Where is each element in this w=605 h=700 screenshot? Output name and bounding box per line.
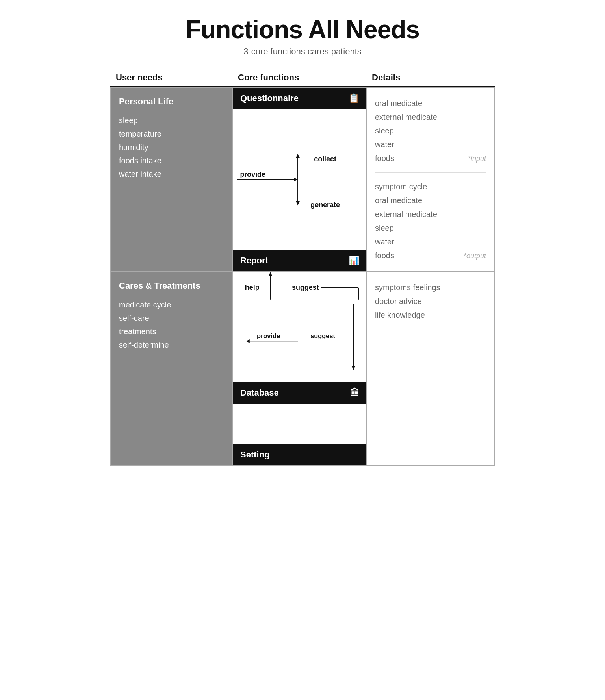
personal-life-title: Personal Life	[119, 96, 225, 107]
list-item: temperature	[119, 127, 225, 141]
detail-item: sleep	[375, 124, 486, 138]
detail-item: external medicate	[375, 207, 486, 221]
svg-text:collect: collect	[314, 156, 336, 163]
detail-item: oral medicate	[375, 96, 486, 110]
setting-label: Setting	[240, 450, 270, 460]
core-functions-top-cell: Questionnaire 📋 provide	[233, 88, 367, 272]
list-item: water intake	[119, 167, 225, 181]
questionnaire-bar: Questionnaire 📋	[233, 88, 366, 109]
svg-marker-1	[294, 178, 298, 181]
detail-item: water	[375, 235, 486, 249]
page-subtitle: 3-core functions cares patients	[110, 46, 495, 57]
details-top-cell: oral medicate external medicate sleep wa…	[367, 88, 494, 272]
list-item: self-determine	[119, 338, 225, 352]
detail-item: symptom cycle	[375, 180, 486, 194]
detail-item: foods	[375, 249, 394, 263]
report-details: symptom cycle oral medicate external med…	[375, 180, 486, 263]
bottom-flow-svg: provide suggest	[233, 304, 366, 382]
help-suggest-svg: help suggest	[233, 272, 366, 304]
input-annotation: *input	[468, 155, 486, 163]
svg-text:provide: provide	[257, 333, 280, 340]
flow-svg-top: provide collect generate	[233, 117, 366, 242]
setting-bar: Setting	[233, 444, 366, 465]
core-functions-diagram-top: Questionnaire 📋 provide	[233, 88, 366, 271]
svg-marker-11	[268, 272, 272, 276]
detail-item: foods	[375, 152, 394, 165]
detail-item: external medicate	[375, 110, 486, 124]
col-header-details: Details	[368, 72, 493, 83]
detail-divider	[375, 172, 486, 173]
database-icon: 🏛	[351, 388, 359, 398]
output-annotation: *output	[464, 252, 486, 260]
svg-text:generate: generate	[310, 201, 340, 209]
spacer	[233, 404, 366, 444]
database-label: Database	[240, 388, 279, 398]
core-functions-diagram-bottom: help suggest	[233, 272, 366, 465]
help-suggest-area: help suggest	[233, 272, 366, 304]
detail-item: doctor advice	[375, 294, 486, 308]
report-bar: Report 📊	[233, 250, 366, 271]
col-header-core-functions: Core functions	[234, 72, 368, 83]
personal-life-items: sleep temperature humidity foods intake …	[119, 114, 225, 181]
detail-item: life knowledge	[375, 308, 486, 322]
bottom-flow-area: provide suggest	[233, 304, 366, 382]
list-item: sleep	[119, 114, 225, 127]
list-item: humidity	[119, 141, 225, 154]
questionnaire-details: oral medicate external medicate sleep wa…	[375, 96, 486, 165]
detail-row-annotated: foods *output	[375, 249, 486, 263]
details-bottom-cell: symptoms feelings doctor advice life kno…	[367, 272, 494, 465]
detail-item: water	[375, 138, 486, 152]
svg-text:help: help	[245, 283, 260, 291]
cares-cell: Cares & Treatments medicate cycle self-c…	[111, 272, 233, 465]
column-headers: User needs Core functions Details	[110, 72, 495, 83]
col-header-user-needs: User needs	[112, 72, 234, 83]
detail-row-annotated: foods *input	[375, 152, 486, 165]
detail-item: sleep	[375, 221, 486, 235]
questionnaire-label: Questionnaire	[240, 93, 299, 104]
questionnaire-icon: 📋	[349, 93, 359, 104]
svg-marker-4	[296, 154, 300, 158]
svg-text:suggest: suggest	[292, 283, 319, 291]
svg-marker-6	[296, 201, 300, 206]
report-label: Report	[240, 256, 268, 266]
core-functions-bottom-cell: help suggest	[233, 272, 367, 465]
list-item: self-care	[119, 311, 225, 325]
detail-item: symptoms feelings	[375, 281, 486, 294]
page-title: Functions All Needs	[110, 16, 495, 43]
cares-title: Cares & Treatments	[119, 281, 225, 291]
cares-items: medicate cycle self-care treatments self…	[119, 298, 225, 352]
main-table: Personal Life sleep temperature humidity…	[110, 87, 495, 466]
svg-marker-21	[352, 366, 355, 370]
header: Functions All Needs 3-core functions car…	[110, 16, 495, 57]
svg-text:suggest: suggest	[310, 333, 335, 340]
personal-life-cell: Personal Life sleep temperature humidity…	[111, 88, 233, 272]
page-wrapper: Functions All Needs 3-core functions car…	[110, 16, 495, 466]
detail-item: oral medicate	[375, 194, 486, 207]
list-item: treatments	[119, 325, 225, 338]
list-item: medicate cycle	[119, 298, 225, 311]
list-item: foods intake	[119, 154, 225, 167]
report-icon: 📊	[349, 256, 359, 266]
svg-text:provide: provide	[240, 170, 265, 178]
database-bar: Database 🏛	[233, 382, 366, 404]
flow-area-top: provide collect generate	[233, 109, 366, 250]
